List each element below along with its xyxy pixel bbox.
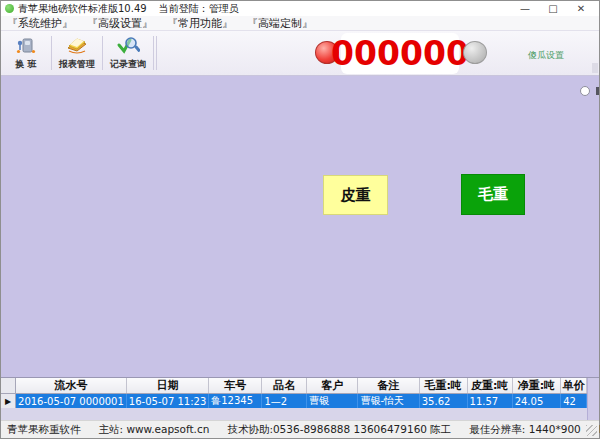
maximize-button[interactable]: □ (539, 3, 567, 14)
table-scrollbar[interactable] (587, 378, 599, 420)
col-date[interactable]: 日期 (126, 378, 208, 394)
shift-change-label: 换 班 (15, 58, 36, 71)
radio-button[interactable] (580, 86, 590, 96)
menu-advanced-settings[interactable]: 『高级设置』 (87, 16, 153, 31)
toolbar-separator-double (153, 36, 154, 70)
cell-truck-no[interactable]: 鲁12345 (209, 394, 262, 409)
cell-serial[interactable]: 2016-05-07 0000001 (16, 394, 127, 409)
shift-change-button[interactable]: 换 班 (3, 33, 49, 73)
shift-change-icon (15, 34, 37, 58)
cell-date[interactable]: 16-05-07 11:23 (126, 394, 208, 409)
record-search-icon (116, 34, 140, 58)
status-bar: 青苹果称重软件 主站: www.eapsoft.cn 技术协助:0536-898… (1, 420, 599, 438)
status-resolution: 最佳分辨率: 1440*900 (469, 423, 580, 437)
toolbar: 换 班 报表管理 (1, 31, 599, 76)
cell-gross[interactable]: 35.62 (419, 394, 467, 409)
weight-display: 000000 (341, 33, 459, 74)
weight-led-off-indicator (463, 41, 487, 64)
status-support: 技术协助:0536-8986888 13606479160 陈工 (227, 423, 451, 437)
col-remark[interactable]: 备注 (358, 378, 419, 394)
main-area: 皮重 毛重 (1, 76, 599, 377)
record-search-label: 记录查询 (110, 58, 146, 71)
toolbar-separator (51, 36, 52, 70)
record-search-button[interactable]: 记录查询 (105, 33, 151, 73)
col-truck-no[interactable]: 车号 (209, 378, 262, 394)
toolbar-separator (102, 36, 103, 70)
col-customer[interactable]: 客户 (307, 378, 358, 394)
menu-system-maintenance[interactable]: 『系统维护』 (7, 16, 73, 31)
menu-premium-custom[interactable]: 『高端定制』 (247, 16, 313, 31)
toolbar-scroll-nub (592, 63, 598, 73)
apple-icon (5, 4, 14, 13)
cell-remark[interactable]: 曹银-怡天 (358, 394, 419, 409)
status-website: 主站: www.eapsoft.cn (99, 423, 210, 437)
report-manage-label: 报表管理 (59, 58, 95, 71)
records-table: 流水号 日期 车号 品名 客户 备注 毛重:吨 皮重:吨 净重:吨 单价 ▶ 2… (1, 378, 587, 422)
cell-price[interactable]: 42 (561, 394, 587, 409)
cell-tare[interactable]: 11.57 (467, 394, 512, 409)
col-serial[interactable]: 流水号 (16, 378, 127, 394)
gross-weight-button[interactable]: 毛重 (461, 174, 525, 215)
cell-product[interactable]: 1—2 (262, 394, 307, 409)
menu-common-functions[interactable]: 『常用功能』 (167, 16, 233, 31)
window-title: 青苹果地磅软件标准版10.49 (18, 2, 147, 16)
col-price[interactable]: 单价 (561, 378, 587, 394)
table-row[interactable]: ▶ 2016-05-07 0000001 16-05-07 11:23 鲁123… (1, 394, 587, 409)
row-indicator-arrow: ▶ (1, 394, 16, 409)
col-product[interactable]: 品名 (262, 378, 307, 394)
minimize-button[interactable]: — (511, 3, 539, 14)
weight-value: 000000 (331, 37, 469, 70)
simple-setup-link[interactable]: 傻瓜设置 (528, 49, 564, 62)
report-manage-icon (65, 34, 89, 58)
login-status: 当前登陆：管理员 (159, 2, 239, 16)
cell-net[interactable]: 24.05 (512, 394, 561, 409)
app-window: 青苹果地磅软件标准版10.49 当前登陆：管理员 — □ ✕ 『系统维护』 『高… (0, 0, 600, 439)
tare-weight-button[interactable]: 皮重 (323, 175, 388, 215)
clipped-edge-text (596, 87, 599, 95)
toolbar-button-group: 换 班 报表管理 (3, 33, 159, 73)
table-header-row: 流水号 日期 车号 品名 客户 备注 毛重:吨 皮重:吨 净重:吨 单价 (1, 378, 587, 394)
resize-grip[interactable] (586, 425, 597, 436)
records-grid-area: 流水号 日期 车号 品名 客户 备注 毛重:吨 皮重:吨 净重:吨 单价 ▶ 2… (1, 377, 599, 420)
col-tare[interactable]: 皮重:吨 (467, 378, 512, 394)
title-bar: 青苹果地磅软件标准版10.49 当前登陆：管理员 — □ ✕ (1, 1, 599, 16)
col-net[interactable]: 净重:吨 (512, 378, 561, 394)
cell-customer[interactable]: 曹银 (307, 394, 358, 409)
menu-bar: 『系统维护』 『高级设置』 『常用功能』 『高端定制』 (1, 16, 599, 31)
col-gross[interactable]: 毛重:吨 (419, 378, 467, 394)
status-brand: 青苹果称重软件 (7, 423, 81, 437)
indicator-header (1, 378, 16, 394)
report-manage-button[interactable]: 报表管理 (54, 33, 100, 73)
close-button[interactable]: ✕ (567, 3, 595, 14)
